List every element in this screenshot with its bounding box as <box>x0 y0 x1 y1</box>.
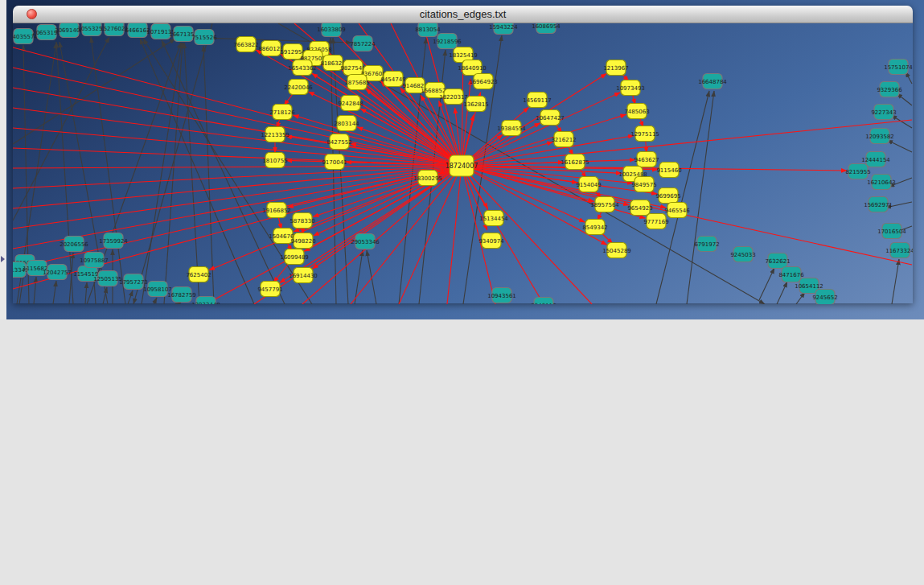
graph-node-label: 1213967 <box>603 65 628 72</box>
graph-node[interactable]: 9340112 <box>531 298 556 305</box>
graph-node[interactable]: 17016504 <box>877 224 906 239</box>
graph-node-selected[interactable]: 1875685 <box>344 75 369 90</box>
graph-edge[interactable] <box>154 298 157 304</box>
graph-node[interactable]: 11673324 <box>885 243 913 258</box>
graph-node-selected[interactable]: 9654923 <box>627 200 652 216</box>
graph-edge[interactable] <box>447 166 462 304</box>
graph-edge[interactable] <box>203 46 214 304</box>
graph-node-selected[interactable]: 19166852 <box>262 203 291 218</box>
graph-edge[interactable] <box>178 303 181 304</box>
graph-edge[interactable] <box>53 281 56 304</box>
graph-node-selected[interactable]: 16964923 <box>469 74 498 89</box>
citation-network-graph[interactable]: 1872400718300295766382288601235912954822… <box>13 23 913 304</box>
graph-node-selected[interactable]: 9154049 <box>576 177 601 192</box>
graph-edge[interactable] <box>13 166 462 188</box>
graph-node-selected[interactable]: 9463627 <box>634 152 659 167</box>
graph-edge[interactable] <box>13 166 462 269</box>
window-titlebar[interactable]: citations_edges.txt <box>13 6 913 23</box>
graph-node-label: 12444154 <box>861 157 890 163</box>
graph-node-selected[interactable]: 9115460 <box>656 163 681 178</box>
graph-edge[interactable] <box>759 268 774 300</box>
graph-node-selected[interactable]: 15134454 <box>479 211 508 226</box>
graph-node[interactable]: 16086954 <box>532 23 561 34</box>
graph-node-selected[interactable]: 1810755 <box>262 153 287 168</box>
graph-node-label: 10975887 <box>80 257 109 264</box>
graph-node-selected[interactable]: 12975115 <box>630 126 659 142</box>
graph-edge[interactable] <box>355 250 363 304</box>
graph-node-selected[interactable]: 9457791 <box>257 282 282 297</box>
panel-collapse-handle[interactable] <box>1 256 5 262</box>
graph-edge[interactable] <box>13 166 462 168</box>
graph-node-selected[interactable]: 9465546 <box>664 203 690 218</box>
graph-node-label: 5878330 <box>290 218 314 225</box>
graph-edge[interactable] <box>128 290 133 304</box>
graph-node-selected[interactable]: 10973493 <box>616 80 645 96</box>
application-window: citations_edges.txt 187240 <box>0 0 924 585</box>
graph-edge[interactable] <box>796 292 805 304</box>
graph-node-selected[interactable]: 9777169 <box>643 214 668 229</box>
graph-node-label: 9498220 <box>290 238 315 245</box>
network-canvas[interactable]: 1872400718300295766382288601235912954822… <box>13 23 913 307</box>
graph-edge[interactable] <box>887 140 912 152</box>
graph-node[interactable]: 29053346 <box>351 234 380 249</box>
graph-node[interactable]: 10975887 <box>80 253 109 268</box>
graph-edge[interactable] <box>313 166 462 216</box>
graph-node-label: 12505135 <box>93 276 122 282</box>
graph-node-selected[interactable]: 7485063 <box>624 104 649 119</box>
graph-node[interactable]: 9329366 <box>877 82 902 97</box>
graph-node[interactable]: 7515526 <box>191 30 217 45</box>
graph-node-selected[interactable]: 5878330 <box>290 213 314 229</box>
graph-node-selected[interactable]: 9498220 <box>290 233 315 249</box>
graph-node[interactable]: 16033809 <box>317 23 346 37</box>
graph-node-selected[interactable]: 9170041 <box>322 154 347 170</box>
graph-node-selected[interactable]: 1362815 <box>463 97 488 112</box>
graph-node-selected[interactable]: 14569117 <box>523 93 552 108</box>
graph-node-selected[interactable]: 9699695 <box>655 188 680 204</box>
graph-edge[interactable] <box>462 120 912 166</box>
graph-node-selected[interactable]: 8549342 <box>582 220 607 235</box>
graph-edge[interactable] <box>13 39 175 144</box>
graph-node[interactable]: 17359924 <box>99 233 128 249</box>
graph-node-selected[interactable]: 9340974 <box>478 233 504 249</box>
graph-node[interactable]: 8215955 <box>845 164 870 179</box>
graph-edge[interactable] <box>462 166 592 304</box>
graph-node-selected[interactable]: 1213967 <box>603 60 628 76</box>
graph-node-selected[interactable]: 3216212 <box>551 132 576 147</box>
graph-node[interactable]: 15692971 <box>864 197 893 212</box>
graph-node-selected[interactable]: 2803144 <box>334 116 359 131</box>
graph-node[interactable]: 9245033 <box>730 247 755 262</box>
graph-node[interactable]: 7857224 <box>350 36 376 51</box>
graph-node-label: 16086954 <box>532 23 561 30</box>
graph-node-selected[interactable]: 18724007 <box>446 155 478 176</box>
graph-node[interactable]: 16648784 <box>698 74 727 89</box>
graph-node[interactable]: 9245652 <box>812 290 837 305</box>
graph-node[interactable]: 20206556 <box>60 237 88 252</box>
graph-node[interactable]: 15943224 <box>489 23 518 35</box>
graph-node[interactable]: 9227343 <box>871 105 896 120</box>
graph-edge[interactable] <box>892 259 899 304</box>
graph-node[interactable]: 8813054 <box>415 23 441 37</box>
graph-edge[interactable] <box>367 250 376 304</box>
graph-edge[interactable] <box>13 47 462 166</box>
graph-node[interactable]: 6791972 <box>694 237 719 252</box>
graph-edge[interactable] <box>302 166 462 304</box>
graph-node-selected[interactable]: 7625402 <box>186 267 211 282</box>
graph-node-selected[interactable]: 8427552 <box>326 134 351 150</box>
graph-edge[interactable] <box>142 43 182 304</box>
graph-edge[interactable] <box>184 43 199 304</box>
graph-node-selected[interactable]: 12213359 <box>261 127 290 142</box>
network-window: citations_edges.txt 187240 <box>13 6 913 303</box>
graph-node[interactable]: 7632621 <box>765 253 790 269</box>
graph-node-selected[interactable]: 7663822 <box>233 37 258 52</box>
graph-node[interactable]: 15751074 <box>884 60 913 75</box>
graph-edge[interactable] <box>777 282 787 304</box>
graph-node[interactable]: 19218596 <box>433 34 462 49</box>
graph-edge[interactable] <box>85 282 87 304</box>
graph-node-selected[interactable]: 2718126 <box>269 105 295 120</box>
graph-edge[interactable] <box>34 277 36 304</box>
graph-node-selected[interactable]: 9242848 <box>338 96 363 111</box>
graph-node-selected[interactable]: 16914430 <box>289 268 318 283</box>
graph-node-selected[interactable]: 9849575 <box>631 177 656 192</box>
graph-node[interactable]: 16210643 <box>867 175 896 190</box>
graph-node-label: 15943224 <box>489 24 518 31</box>
